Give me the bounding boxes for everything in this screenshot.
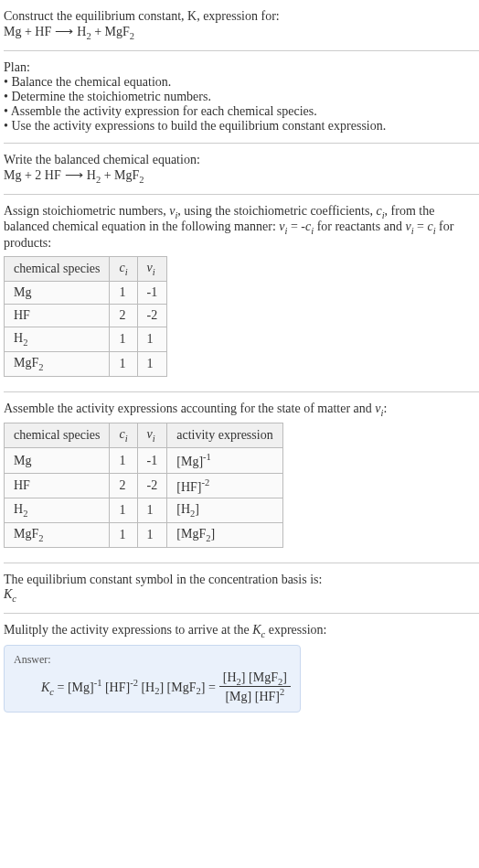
answer-box: Answer: Kc = [Mg]-1 [HF]-2 [H2] [MgF2] =… <box>4 645 301 713</box>
table-row: H2 1 1 [H2] <box>5 498 283 523</box>
cell-species: H2 <box>5 498 110 523</box>
answer-expression: Kc = [Mg]-1 [HF]-2 [H2] [MgF2] = [H2] [M… <box>14 670 291 704</box>
kc-symbol-section: The equilibrium constant symbol in the c… <box>4 567 479 609</box>
table-row: Mg 1 -1 <box>5 281 167 304</box>
answer-fraction: [H2] [MgF2] [Mg] [HF]2 <box>219 670 291 704</box>
assign-text: Assign stoichiometric numbers, νi, using… <box>4 204 479 252</box>
cell-nui: 1 <box>137 327 167 351</box>
cell-activity: [H2] <box>167 498 282 523</box>
cell-species: Mg <box>5 448 110 474</box>
table-header-row: chemical species ci νi activity expressi… <box>5 423 283 448</box>
cell-ci: 1 <box>110 523 137 548</box>
cell-ci: 1 <box>110 498 137 523</box>
activity-section: Assemble the activity expressions accoun… <box>4 396 479 560</box>
col-ci: ci <box>110 257 137 282</box>
balanced-heading: Write the balanced chemical equation: <box>4 153 479 167</box>
fraction-numerator: [H2] [MgF2] <box>219 670 291 688</box>
cell-nui: -2 <box>137 473 167 498</box>
divider <box>4 143 479 144</box>
cell-nui: 1 <box>137 498 167 523</box>
divider <box>4 391 479 392</box>
answer-lhs: Kc = [Mg]-1 [HF]-2 [H2] [MgF2] = <box>41 678 216 696</box>
kc-symbol-line2: Kc <box>4 587 479 604</box>
cell-nui: 1 <box>137 523 167 548</box>
stoich-table: chemical species ci νi Mg 1 -1 HF 2 -2 H… <box>4 256 167 376</box>
cell-activity: [MgF2] <box>167 523 282 548</box>
col-activity: activity expression <box>167 423 282 448</box>
table-row: HF 2 -2 <box>5 304 167 327</box>
multiply-section: Mulitply the activity expressions to arr… <box>4 617 479 723</box>
cell-activity: [HF]-2 <box>167 473 282 498</box>
col-species: chemical species <box>5 257 110 282</box>
answer-label: Answer: <box>14 653 291 667</box>
col-ci: ci <box>110 423 137 448</box>
activity-heading: Assemble the activity expressions accoun… <box>4 402 479 418</box>
cell-ci: 1 <box>110 351 137 376</box>
intro-line1: Construct the equilibrium constant, K, e… <box>4 9 479 24</box>
cell-species: HF <box>5 304 110 327</box>
fraction-denominator: [Mg] [HF]2 <box>219 687 291 704</box>
cell-activity: [Mg]-1 <box>167 448 282 474</box>
divider <box>4 194 479 195</box>
plan-bullet: • Use the activity expressions to build … <box>4 119 479 134</box>
table-row: Mg 1 -1 [Mg]-1 <box>5 448 283 474</box>
plan-bullet: • Balance the chemical equation. <box>4 75 479 90</box>
cell-species: Mg <box>5 281 110 304</box>
plan-heading: Plan: <box>4 60 479 75</box>
cell-species: MgF2 <box>5 523 110 548</box>
balanced-section: Write the balanced chemical equation: Mg… <box>4 147 479 190</box>
cell-species: HF <box>5 473 110 498</box>
intro-section: Construct the equilibrium constant, K, e… <box>4 4 479 47</box>
table-row: HF 2 -2 [HF]-2 <box>5 473 283 498</box>
plan-section: Plan: • Balance the chemical equation. •… <box>4 55 479 139</box>
cell-nui: 1 <box>137 351 167 376</box>
table-header-row: chemical species ci νi <box>5 257 167 282</box>
cell-species: H2 <box>5 327 110 351</box>
table-row: H2 1 1 <box>5 327 167 351</box>
divider <box>4 563 479 563</box>
cell-ci: 1 <box>110 281 137 304</box>
kc-symbol-line1: The equilibrium constant symbol in the c… <box>4 573 479 587</box>
divider <box>4 613 479 614</box>
cell-ci: 2 <box>110 304 137 327</box>
multiply-heading: Mulitply the activity expressions to arr… <box>4 623 479 639</box>
plan-bullet: • Assemble the activity expression for e… <box>4 104 479 119</box>
cell-species: MgF2 <box>5 351 110 376</box>
cell-ci: 1 <box>110 327 137 351</box>
col-species: chemical species <box>5 423 110 448</box>
divider <box>4 50 479 51</box>
cell-ci: 1 <box>110 448 137 474</box>
plan-bullet: • Determine the stoichiometric numbers. <box>4 90 479 104</box>
cell-ci: 2 <box>110 473 137 498</box>
col-nui: νi <box>137 423 167 448</box>
intro-equation: Mg + HF⟶H2 + MgF2 <box>4 24 479 41</box>
activity-table: chemical species ci νi activity expressi… <box>4 423 283 548</box>
balanced-equation: Mg + 2 HF⟶H2 + MgF2 <box>4 167 479 185</box>
table-row: MgF2 1 1 [MgF2] <box>5 523 283 548</box>
cell-nui: -1 <box>137 448 167 474</box>
table-row: MgF2 1 1 <box>5 351 167 376</box>
cell-nui: -1 <box>137 281 167 304</box>
cell-nui: -2 <box>137 304 167 327</box>
assign-section: Assign stoichiometric numbers, νi, using… <box>4 198 479 388</box>
col-nui: νi <box>137 257 167 282</box>
